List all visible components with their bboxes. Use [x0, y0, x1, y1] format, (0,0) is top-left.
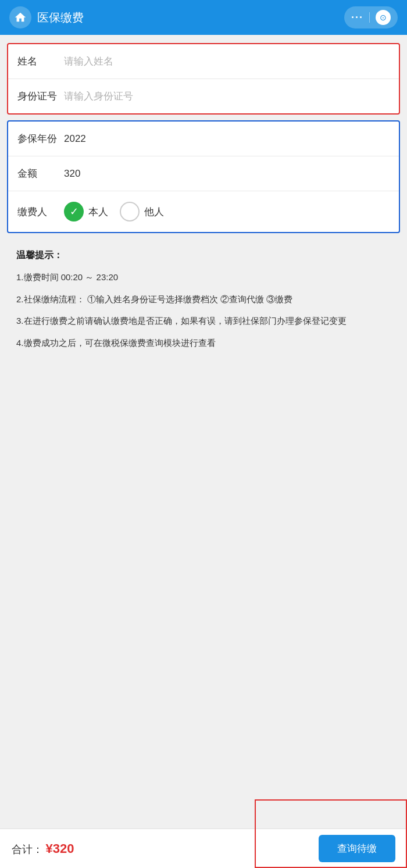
name-label: 姓名 [17, 55, 64, 68]
home-icon [14, 11, 27, 24]
payer-radio-group: ✓ 本人 他人 [64, 202, 164, 222]
personal-info-section: 姓名 请输入姓名 身份证号 请输入身份证号 [7, 43, 400, 115]
year-value[interactable]: 2022 [64, 133, 86, 145]
amount-label: 金额 [17, 167, 64, 180]
tips-title: 温馨提示： [16, 249, 391, 262]
payment-info-section: 参保年份 2022 金额 320 缴费人 ✓ 本人 他人 [7, 120, 400, 233]
header-actions: ··· ⊙ [344, 6, 398, 28]
payer-self-label: 本人 [88, 205, 108, 219]
year-row: 参保年份 2022 [8, 122, 399, 156]
tips-item-3: 3.在进行缴费之前请确认缴费地是否正确，如果有误，请到社保部门办理参保登记变更 [16, 313, 391, 328]
main-content: 姓名 请输入姓名 身份证号 请输入身份证号 参保年份 2022 金额 320 缴… [0, 43, 407, 414]
id-row: 身份证号 请输入身份证号 [8, 79, 399, 113]
amount-value[interactable]: 320 [64, 168, 80, 180]
payer-other-label: 他人 [144, 205, 164, 219]
home-button[interactable] [9, 6, 31, 28]
year-label: 参保年份 [17, 132, 64, 145]
payer-self-option[interactable]: ✓ 本人 [64, 202, 108, 222]
tips-item-2: 2.社保缴纳流程： ①输入姓名身份证号选择缴费档次 ②查询代缴 ③缴费 [16, 292, 391, 307]
bottom-bar: 合计： ¥320 查询待缴 [0, 828, 407, 868]
total-amount: ¥320 [45, 841, 74, 856]
name-row: 姓名 请输入姓名 [8, 44, 399, 79]
id-label: 身份证号 [17, 90, 64, 103]
payer-self-radio-selected: ✓ [64, 202, 84, 222]
page-title: 医保缴费 [37, 10, 84, 26]
scan-button[interactable]: ⊙ [376, 10, 391, 25]
total-area: 合计： ¥320 [12, 841, 74, 856]
header: 医保缴费 ··· ⊙ [0, 0, 407, 35]
tips-section: 温馨提示： 1.缴费时间 00:20 ～ 23:20 2.社保缴纳流程： ①输入… [7, 239, 400, 367]
payer-other-option[interactable]: 他人 [120, 202, 164, 222]
amount-row: 金额 320 [8, 156, 399, 191]
payer-other-radio-unselected [120, 202, 140, 222]
query-button[interactable]: 查询待缴 [319, 835, 395, 862]
scan-icon: ⊙ [380, 13, 387, 22]
checkmark-icon: ✓ [70, 205, 78, 218]
header-divider [369, 12, 370, 23]
name-input[interactable]: 请输入姓名 [64, 55, 113, 68]
more-button[interactable]: ··· [351, 12, 363, 24]
payer-label: 缴费人 [17, 205, 64, 219]
total-label: 合计： [12, 844, 43, 855]
payer-row: 缴费人 ✓ 本人 他人 [8, 191, 399, 232]
tips-item-4: 4.缴费成功之后，可在微税保缴费查询模块进行查看 [16, 335, 391, 351]
tips-item-1: 1.缴费时间 00:20 ～ 23:20 [16, 270, 391, 285]
id-input[interactable]: 请输入身份证号 [64, 90, 133, 103]
header-left: 医保缴费 [9, 6, 84, 28]
